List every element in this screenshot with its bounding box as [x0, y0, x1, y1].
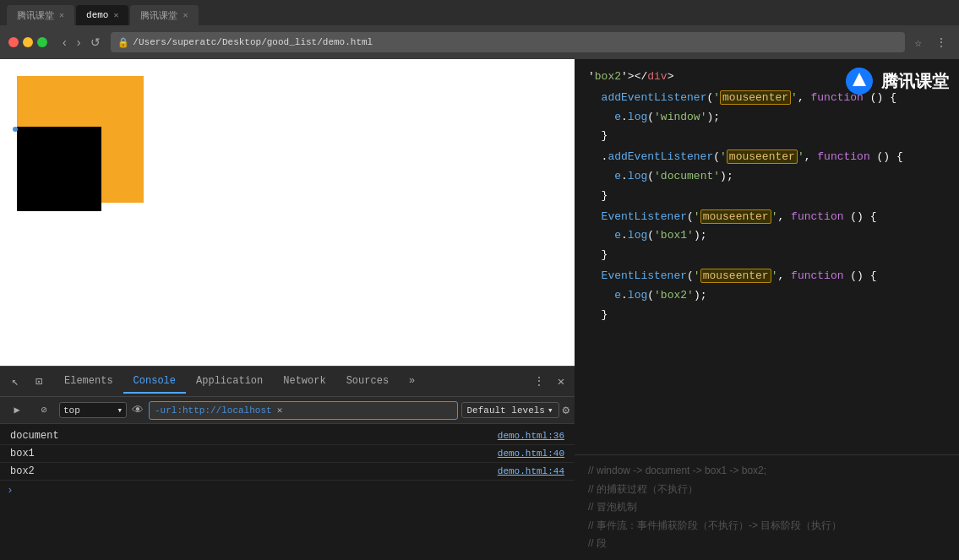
cursor-dot: [13, 127, 18, 132]
devtools-tabs: ↖ ⊡ Elements Console Application Network…: [0, 367, 575, 397]
filter-text: -url:http://localhost: [155, 405, 272, 416]
tab-tencent-2[interactable]: 腾讯课堂 ✕: [130, 5, 198, 25]
code-line-window-close: }: [575, 127, 959, 146]
more-icon[interactable]: ⋮: [935, 35, 947, 50]
tab-label: 腾讯课堂: [17, 9, 54, 22]
window-controls: [8, 37, 47, 47]
layers-icon[interactable]: ⊡: [27, 370, 51, 394]
tab-elements[interactable]: Elements: [54, 370, 123, 394]
tab-demo[interactable]: demo ✕: [76, 5, 128, 25]
console-toolbar: ▶ ⊘ top ▾ 👁 -url:http://localhost ✕ Defa…: [0, 397, 575, 424]
code-line-box2-addevent: EventListener('mouseenter', function () …: [575, 267, 959, 286]
block-icon[interactable]: ⊘: [32, 399, 56, 422]
tencent-icon: [844, 66, 875, 96]
code-line-doc-log: e.log('document');: [575, 167, 959, 187]
console-link-box1[interactable]: demo.html:40: [498, 449, 564, 459]
tab-label: demo: [86, 10, 108, 20]
lock-icon: 🔒: [117, 37, 129, 48]
close-devtools-button[interactable]: ✕: [551, 372, 571, 392]
tab-bar: 腾讯课堂 ✕ demo ✕ 腾讯课堂 ✕: [0, 0, 959, 25]
browser-nav: ‹ › ↺: [59, 34, 104, 51]
maximize-dot[interactable]: [37, 37, 47, 47]
left-panel: ↖ ⊡ Elements Console Application Network…: [0, 59, 575, 560]
code-line-box2-close: }: [575, 306, 959, 325]
tab-console[interactable]: Console: [123, 370, 186, 394]
forward-button[interactable]: ›: [74, 34, 84, 51]
code-line-window-log: e.log('window');: [575, 108, 959, 128]
main-area: ↖ ⊡ Elements Console Application Network…: [0, 59, 959, 560]
filter-input-container[interactable]: -url:http://localhost ✕: [149, 401, 458, 420]
cursor-icon[interactable]: ↖: [3, 370, 27, 394]
tab-close-icon[interactable]: ✕: [183, 10, 188, 20]
bottom-line-4: // 事件流：事件捕获阶段（不执行）-> 目标阶段（执行）: [588, 517, 945, 536]
tab-application[interactable]: Application: [186, 370, 273, 394]
tab-network[interactable]: Network: [273, 370, 335, 394]
bottom-line-2: // 的捕获过程（不执行）: [588, 481, 945, 499]
console-output: document demo.html:36 box1 demo.html:40 …: [0, 424, 575, 560]
console-link-document[interactable]: demo.html:36: [498, 431, 564, 441]
console-row-document: document demo.html:36: [0, 427, 575, 445]
devtools-icons: ↖ ⊡: [3, 370, 51, 394]
eye-icon[interactable]: 👁: [130, 402, 145, 419]
address-bar[interactable]: 🔒 /Users/superatc/Desktop/good_list/demo…: [111, 32, 904, 52]
code-line-box1-log: e.log('box1');: [575, 226, 959, 246]
filter-clear-icon[interactable]: ✕: [277, 405, 283, 416]
devtools-actions: ⋮ ✕: [529, 372, 571, 392]
console-link-box2[interactable]: demo.html:44: [498, 466, 564, 476]
console-prompt-row[interactable]: ›: [0, 481, 575, 500]
tab-tencent-1[interactable]: 腾讯课堂 ✕: [7, 5, 74, 25]
default-levels-button[interactable]: Default levels ▾: [461, 402, 559, 418]
code-line-doc-addevent: .addEventListener('mouseenter', function…: [575, 148, 959, 167]
tab-sources[interactable]: Sources: [336, 370, 399, 394]
tab-close-icon[interactable]: ✕: [59, 10, 64, 20]
tab-more[interactable]: »: [399, 370, 425, 394]
webpage-viewport: [0, 59, 575, 366]
close-dot[interactable]: [8, 37, 19, 47]
tencent-name: 腾讯课堂: [881, 70, 949, 93]
right-panel: 腾讯课堂 'box2'></div> addEventListener('mou…: [575, 59, 959, 560]
tab-label: 腾讯课堂: [140, 9, 177, 22]
settings-icon[interactable]: ⚙: [563, 403, 569, 417]
bottom-line-1: // window -> document -> box1 -> box2;: [588, 462, 945, 481]
play-icon[interactable]: ▶: [5, 399, 29, 422]
console-row-box1: box1 demo.html:40: [0, 445, 575, 463]
code-line-doc-close: }: [575, 187, 959, 206]
console-text-box2: box2: [10, 465, 35, 477]
url-text: /Users/superatc/Desktop/good_list/demo.h…: [133, 37, 373, 47]
minimize-dot[interactable]: [23, 37, 33, 47]
tencent-logo: 腾讯课堂: [834, 59, 959, 103]
back-button[interactable]: ‹: [59, 34, 70, 51]
console-text-box1: box1: [10, 448, 35, 459]
levels-chevron-icon: ▾: [548, 405, 553, 416]
code-area: 'box2'></div> addEventListener('mouseent…: [575, 59, 959, 454]
context-label: top: [63, 405, 80, 416]
bookmark-icon[interactable]: ☆: [915, 35, 922, 50]
devtools-panel: ↖ ⊡ Elements Console Application Network…: [0, 366, 575, 560]
browser-chrome: ‹ › ↺ 🔒 /Users/superatc/Desktop/good_lis…: [0, 25, 959, 59]
code-line-box1-close: }: [575, 246, 959, 265]
chevron-down-icon: ▾: [117, 405, 123, 416]
console-row-box2: box2 demo.html:44: [0, 463, 575, 481]
reload-button[interactable]: ↺: [87, 34, 104, 51]
bottom-text-area: // window -> document -> box1 -> box2; /…: [575, 454, 959, 560]
code-line-box1-addevent: EventListener('mouseenter', function () …: [575, 208, 959, 227]
console-text-document: document: [10, 430, 59, 442]
tab-close-icon[interactable]: ✕: [113, 10, 118, 20]
more-vert-icon[interactable]: ⋮: [529, 372, 549, 392]
bottom-line-3: // 冒泡机制: [588, 498, 945, 517]
context-selector[interactable]: top ▾: [59, 402, 127, 418]
bottom-line-5: // 段: [588, 535, 945, 553]
levels-label: Default levels: [467, 405, 545, 416]
console-caret-icon: ›: [7, 484, 14, 497]
black-box: [17, 127, 101, 211]
code-line-box2-log: e.log('box2');: [575, 286, 959, 306]
